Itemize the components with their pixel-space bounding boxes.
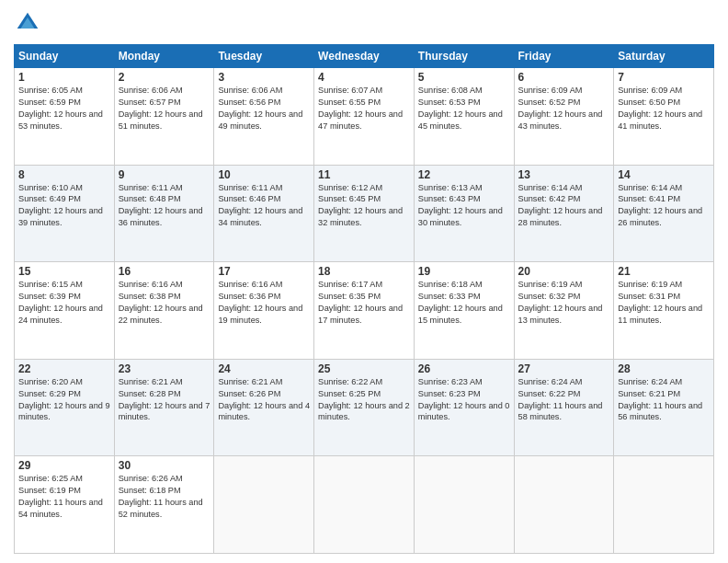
day-number: 1 (18, 71, 110, 84)
weekday-header: SundayMondayTuesdayWednesdayThursdayFrid… (15, 45, 714, 68)
day-number: 27 (518, 362, 610, 375)
day-number: 29 (18, 459, 110, 472)
week-row-1: 1Sunrise: 6:05 AM Sunset: 6:59 PM Daylig… (15, 68, 714, 166)
weekday-sunday: Sunday (15, 45, 115, 68)
day-cell (414, 456, 514, 554)
day-info: Sunrise: 6:06 AM Sunset: 6:56 PM Dayligh… (218, 85, 310, 132)
day-cell: 27Sunrise: 6:24 AM Sunset: 6:22 PM Dayli… (514, 359, 614, 456)
week-row-2: 8Sunrise: 6:10 AM Sunset: 6:49 PM Daylig… (15, 165, 714, 262)
day-cell (514, 456, 614, 554)
day-cell: 29Sunrise: 6:25 AM Sunset: 6:19 PM Dayli… (15, 456, 115, 554)
day-number: 25 (318, 362, 410, 375)
logo-icon (14, 9, 41, 37)
day-cell: 12Sunrise: 6:13 AM Sunset: 6:43 PM Dayli… (414, 165, 514, 262)
day-info: Sunrise: 6:23 AM Sunset: 6:23 PM Dayligh… (418, 376, 510, 424)
day-cell: 14Sunrise: 6:14 AM Sunset: 6:41 PM Dayli… (614, 165, 714, 262)
day-info: Sunrise: 6:11 AM Sunset: 6:48 PM Dayligh… (119, 182, 210, 230)
day-cell: 13Sunrise: 6:14 AM Sunset: 6:42 PM Dayli… (514, 165, 614, 262)
day-number: 6 (518, 71, 610, 84)
day-info: Sunrise: 6:24 AM Sunset: 6:21 PM Dayligh… (618, 376, 710, 424)
weekday-saturday: Saturday (614, 45, 714, 68)
day-info: Sunrise: 6:21 AM Sunset: 6:28 PM Dayligh… (119, 376, 210, 424)
day-info: Sunrise: 6:06 AM Sunset: 6:57 PM Dayligh… (119, 85, 210, 132)
weekday-thursday: Thursday (414, 45, 514, 68)
day-info: Sunrise: 6:08 AM Sunset: 6:53 PM Dayligh… (418, 85, 510, 132)
day-info: Sunrise: 6:19 AM Sunset: 6:31 PM Dayligh… (618, 279, 710, 327)
day-cell: 20Sunrise: 6:19 AM Sunset: 6:32 PM Dayli… (514, 262, 614, 360)
day-info: Sunrise: 6:18 AM Sunset: 6:33 PM Dayligh… (418, 279, 510, 327)
day-info: Sunrise: 6:16 AM Sunset: 6:38 PM Dayligh… (119, 279, 210, 327)
day-cell (314, 456, 415, 554)
weekday-tuesday: Tuesday (214, 45, 314, 68)
day-cell: 17Sunrise: 6:16 AM Sunset: 6:36 PM Dayli… (214, 262, 314, 360)
day-info: Sunrise: 6:24 AM Sunset: 6:22 PM Dayligh… (518, 376, 610, 424)
week-row-4: 22Sunrise: 6:20 AM Sunset: 6:29 PM Dayli… (15, 359, 714, 456)
day-number: 19 (418, 265, 510, 278)
logo (14, 9, 45, 37)
day-info: Sunrise: 6:14 AM Sunset: 6:41 PM Dayligh… (618, 182, 710, 230)
page: SundayMondayTuesdayWednesdayThursdayFrid… (0, 0, 728, 563)
day-number: 3 (218, 71, 310, 84)
day-cell: 5Sunrise: 6:08 AM Sunset: 6:53 PM Daylig… (414, 68, 514, 166)
day-info: Sunrise: 6:22 AM Sunset: 6:25 PM Dayligh… (318, 376, 410, 424)
day-cell: 22Sunrise: 6:20 AM Sunset: 6:29 PM Dayli… (15, 359, 115, 456)
day-info: Sunrise: 6:20 AM Sunset: 6:29 PM Dayligh… (18, 376, 110, 424)
day-cell (614, 456, 714, 554)
day-number: 11 (318, 168, 410, 181)
calendar: SundayMondayTuesdayWednesdayThursdayFrid… (14, 44, 714, 554)
day-info: Sunrise: 6:07 AM Sunset: 6:55 PM Dayligh… (318, 85, 410, 132)
day-info: Sunrise: 6:17 AM Sunset: 6:35 PM Dayligh… (318, 279, 410, 327)
day-number: 12 (418, 168, 510, 181)
day-number: 28 (618, 362, 710, 375)
day-info: Sunrise: 6:15 AM Sunset: 6:39 PM Dayligh… (18, 279, 110, 327)
day-info: Sunrise: 6:05 AM Sunset: 6:59 PM Dayligh… (18, 85, 110, 132)
day-number: 23 (119, 362, 210, 375)
day-info: Sunrise: 6:11 AM Sunset: 6:46 PM Dayligh… (218, 182, 310, 230)
day-cell: 7Sunrise: 6:09 AM Sunset: 6:50 PM Daylig… (614, 68, 714, 166)
week-row-5: 29Sunrise: 6:25 AM Sunset: 6:19 PM Dayli… (15, 456, 714, 554)
day-info: Sunrise: 6:12 AM Sunset: 6:45 PM Dayligh… (318, 182, 410, 230)
day-cell: 23Sunrise: 6:21 AM Sunset: 6:28 PM Dayli… (114, 359, 214, 456)
day-number: 2 (119, 71, 210, 84)
day-cell: 26Sunrise: 6:23 AM Sunset: 6:23 PM Dayli… (414, 359, 514, 456)
day-cell: 3Sunrise: 6:06 AM Sunset: 6:56 PM Daylig… (214, 68, 314, 166)
header (14, 9, 714, 37)
day-info: Sunrise: 6:10 AM Sunset: 6:49 PM Dayligh… (18, 182, 110, 230)
day-cell: 10Sunrise: 6:11 AM Sunset: 6:46 PM Dayli… (214, 165, 314, 262)
day-number: 10 (218, 168, 310, 181)
weekday-wednesday: Wednesday (314, 45, 415, 68)
weekday-monday: Monday (114, 45, 214, 68)
day-info: Sunrise: 6:13 AM Sunset: 6:43 PM Dayligh… (418, 182, 510, 230)
day-info: Sunrise: 6:16 AM Sunset: 6:36 PM Dayligh… (218, 279, 310, 327)
week-row-3: 15Sunrise: 6:15 AM Sunset: 6:39 PM Dayli… (15, 262, 714, 360)
day-info: Sunrise: 6:09 AM Sunset: 6:52 PM Dayligh… (518, 85, 610, 132)
day-cell: 25Sunrise: 6:22 AM Sunset: 6:25 PM Dayli… (314, 359, 415, 456)
day-number: 14 (618, 168, 710, 181)
day-number: 30 (119, 459, 210, 472)
day-cell: 18Sunrise: 6:17 AM Sunset: 6:35 PM Dayli… (314, 262, 415, 360)
day-info: Sunrise: 6:19 AM Sunset: 6:32 PM Dayligh… (518, 279, 610, 327)
day-number: 21 (618, 265, 710, 278)
day-number: 13 (518, 168, 610, 181)
day-cell: 21Sunrise: 6:19 AM Sunset: 6:31 PM Dayli… (614, 262, 714, 360)
day-cell: 24Sunrise: 6:21 AM Sunset: 6:26 PM Dayli… (214, 359, 314, 456)
day-number: 17 (218, 265, 310, 278)
day-info: Sunrise: 6:09 AM Sunset: 6:50 PM Dayligh… (618, 85, 710, 132)
calendar-body: 1Sunrise: 6:05 AM Sunset: 6:59 PM Daylig… (15, 68, 714, 554)
day-cell: 11Sunrise: 6:12 AM Sunset: 6:45 PM Dayli… (314, 165, 415, 262)
day-cell (214, 456, 314, 554)
day-number: 22 (18, 362, 110, 375)
day-cell: 4Sunrise: 6:07 AM Sunset: 6:55 PM Daylig… (314, 68, 415, 166)
day-number: 16 (119, 265, 210, 278)
day-number: 8 (18, 168, 110, 181)
day-cell: 9Sunrise: 6:11 AM Sunset: 6:48 PM Daylig… (114, 165, 214, 262)
day-cell: 8Sunrise: 6:10 AM Sunset: 6:49 PM Daylig… (15, 165, 115, 262)
day-number: 7 (618, 71, 710, 84)
day-cell: 19Sunrise: 6:18 AM Sunset: 6:33 PM Dayli… (414, 262, 514, 360)
day-info: Sunrise: 6:14 AM Sunset: 6:42 PM Dayligh… (518, 182, 610, 230)
day-number: 26 (418, 362, 510, 375)
day-cell: 1Sunrise: 6:05 AM Sunset: 6:59 PM Daylig… (15, 68, 115, 166)
day-number: 5 (418, 71, 510, 84)
day-info: Sunrise: 6:26 AM Sunset: 6:18 PM Dayligh… (119, 473, 210, 521)
day-number: 20 (518, 265, 610, 278)
